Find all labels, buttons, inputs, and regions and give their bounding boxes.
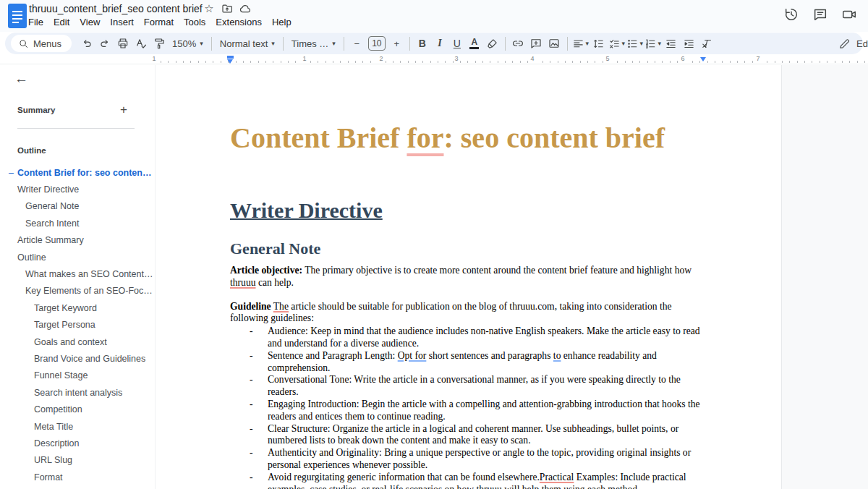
menu-insert[interactable]: Insert (105, 15, 139, 29)
horizontal-ruler[interactable]: 11234567 (0, 55, 868, 64)
zoom-select[interactable]: 150% ▾ (168, 35, 208, 53)
outline-item[interactable]: Goals and context (0, 333, 155, 350)
bold-button[interactable]: B (414, 35, 431, 53)
underline-button[interactable]: U (448, 35, 466, 53)
chevron-down-icon: ▾ (586, 41, 590, 47)
bullet-dash-marker: - (250, 350, 253, 362)
outline-item[interactable]: –Content Brief for: seo conten… (0, 164, 155, 181)
bullet-item[interactable]: -Authenticity and Originality: Bring a u… (230, 447, 705, 472)
increase-indent-button[interactable] (680, 35, 698, 53)
highlight-color-button[interactable] (483, 35, 501, 53)
line-spacing-button[interactable] (590, 35, 608, 53)
editing-mode-label: Editing (856, 38, 868, 49)
menu-format[interactable]: Format (139, 15, 179, 29)
menu-view[interactable]: View (75, 15, 105, 29)
menus-search-button[interactable]: Menus (11, 35, 72, 52)
outline-item[interactable]: Description (0, 435, 155, 451)
outline-item[interactable]: Key Elements of an SEO-Foc… (0, 283, 155, 299)
italic-button[interactable]: I (431, 35, 448, 53)
outline-item[interactable]: Format (0, 469, 155, 485)
outline-item[interactable]: Outline and Headings (0, 485, 155, 489)
menu-extensions[interactable]: Extensions (210, 15, 267, 29)
left-indent-marker[interactable] (227, 59, 233, 64)
doc-heading-writer-directive[interactable]: Writer Directive (230, 198, 383, 223)
bullet-item[interactable]: -Sentence and Paragraph Length: Opt for … (230, 350, 705, 375)
text-run: Avoid regurgitating generic information … (268, 472, 540, 482)
collapse-icon[interactable]: – (9, 168, 14, 178)
outline-item[interactable]: Search Intent (0, 215, 155, 231)
bullet-item[interactable]: -Avoid regurgitating generic information… (230, 472, 705, 489)
align-button[interactable]: ▾ (571, 35, 590, 53)
add-summary-button[interactable]: + (120, 103, 127, 117)
insert-link-button[interactable] (509, 35, 527, 53)
document-page[interactable]: Content Brief for: seo content brief Wri… (156, 65, 781, 489)
redo-button[interactable] (95, 35, 114, 53)
menu-file[interactable]: File (23, 15, 48, 29)
undo-button[interactable] (77, 35, 95, 53)
guideline-bullet-list[interactable]: -Audience: Keep in mind that the audienc… (230, 326, 705, 489)
print-button[interactable] (114, 35, 132, 53)
paint-format-button[interactable] (150, 35, 168, 53)
outline-item[interactable]: Article Summary (0, 232, 155, 249)
add-comment-button[interactable] (527, 35, 545, 53)
text-run: thruuu (230, 277, 256, 288)
outline-item[interactable]: Funnel Stage (0, 367, 155, 384)
text-color-button[interactable]: A (466, 35, 483, 53)
comments-icon[interactable] (812, 6, 829, 23)
outline-item[interactable]: URL Slug (0, 452, 155, 469)
menu-edit[interactable]: Edit (48, 15, 75, 29)
star-icon[interactable]: ☆ (203, 2, 216, 15)
bulleted-list-button[interactable]: ▾ (626, 35, 644, 53)
doc-heading-title[interactable]: Content Brief for: seo content brief (230, 121, 705, 156)
outline-item-label: Key Elements of an SEO-Foc… (25, 286, 153, 296)
version-history-icon[interactable] (783, 6, 800, 23)
checklist-button[interactable]: ▾ (608, 35, 626, 53)
outline-item[interactable]: Writer Directive (0, 181, 155, 197)
menu-tools[interactable]: Tools (179, 15, 210, 29)
text-color-label: A (472, 38, 478, 46)
bullet-dash-marker: - (250, 374, 253, 386)
outline-item-label: Search Intent (25, 218, 79, 229)
outline-item[interactable]: What makes an SEO Content… (0, 265, 155, 282)
outline-item[interactable]: Meta Title (0, 418, 155, 435)
outline-item[interactable]: General Note (0, 198, 155, 215)
outline-item[interactable]: Outline (0, 249, 155, 265)
clear-formatting-button[interactable] (698, 35, 716, 53)
outline-item-label: Meta Title (34, 422, 73, 432)
meet-video-icon[interactable] (841, 6, 858, 23)
bullet-item[interactable]: -Clear Structure: Organize the article i… (230, 423, 705, 448)
bullet-item[interactable]: -Audience: Keep in mind that the audienc… (230, 326, 705, 350)
outline-item[interactable]: Target Keyword (0, 299, 155, 316)
menu-help[interactable]: Help (267, 15, 297, 29)
outline-item[interactable]: Competition (0, 401, 155, 417)
font-family-select[interactable]: Times … ▾ (287, 35, 340, 53)
document-title[interactable]: thruuu_content_brief_seo content brief (29, 3, 203, 14)
paragraph-article-objective[interactable]: Article objective: The primary objective… (230, 265, 705, 289)
chevron-down-icon: ▾ (200, 41, 203, 47)
editing-mode-button[interactable]: Editing (838, 35, 868, 52)
insert-image-button[interactable] (545, 35, 563, 53)
text-run: The primary objective is to create more … (302, 265, 692, 276)
numbered-list-button[interactable]: ▾ (644, 35, 662, 53)
spelling-check-button[interactable] (132, 35, 150, 53)
outline-item[interactable]: Target Persona (0, 317, 155, 333)
doc-heading-general-note[interactable]: General Note (230, 239, 705, 258)
close-outline-button[interactable]: ← (14, 71, 32, 87)
increase-font-size-button[interactable]: + (388, 35, 406, 53)
first-line-indent-marker[interactable] (227, 56, 234, 59)
cloud-saved-icon[interactable] (239, 2, 252, 15)
paragraph-style-select[interactable]: Normal text ▾ (216, 35, 279, 53)
ruler-number: 3 (454, 55, 458, 62)
move-to-folder-icon[interactable] (221, 2, 234, 15)
paragraph-guideline[interactable]: Guideline The article should be suitable… (230, 301, 705, 326)
decrease-font-size-button[interactable]: − (348, 35, 366, 53)
outline-item[interactable]: Search intent analysis (0, 384, 155, 401)
bullet-item[interactable]: -Engaging Introduction: Begin the articl… (230, 399, 705, 423)
font-size-input[interactable]: 10 (368, 36, 386, 51)
text-run: short sentences and paragraphs (426, 350, 553, 361)
outline-item-label: URL Slug (34, 455, 72, 465)
right-indent-marker[interactable] (700, 57, 706, 61)
bullet-item[interactable]: -Conversational Tone: Write the article … (230, 374, 705, 399)
outline-item[interactable]: Brand Voice and Guidelines (0, 350, 155, 367)
decrease-indent-button[interactable] (662, 35, 680, 53)
